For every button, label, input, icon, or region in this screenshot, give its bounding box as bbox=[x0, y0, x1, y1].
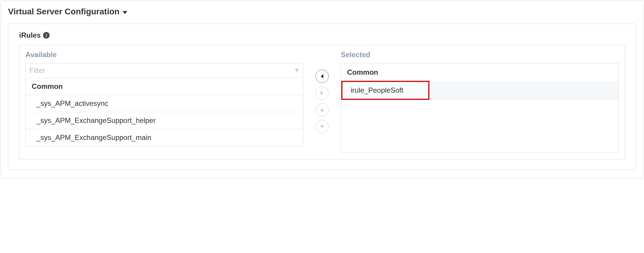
move-up-button[interactable] bbox=[316, 103, 329, 116]
available-group-header: Common bbox=[26, 78, 303, 95]
filter-input[interactable] bbox=[29, 66, 294, 75]
list-item[interactable]: _sys_APM_ExchangeSupport_main bbox=[26, 129, 303, 146]
move-down-button[interactable] bbox=[316, 120, 329, 133]
section-header-toggle[interactable]: Virtual Server Configuration bbox=[8, 7, 636, 16]
info-icon[interactable]: i bbox=[43, 32, 50, 39]
selected-title: Selected bbox=[341, 51, 619, 59]
section-title: Virtual Server Configuration bbox=[8, 7, 120, 16]
available-title: Available bbox=[25, 51, 303, 59]
arrow-right-icon bbox=[321, 91, 323, 95]
selected-group-header: Common bbox=[341, 63, 619, 81]
selected-listbox: Common irule_PeopleSoft bbox=[341, 63, 619, 153]
dual-list-picker: Available Common _sys_APM_activesync _sy… bbox=[19, 45, 625, 160]
selected-item-highlighted[interactable]: irule_PeopleSoft bbox=[341, 81, 429, 100]
selected-row-wrap: irule_PeopleSoft bbox=[341, 81, 619, 100]
filter-icon[interactable] bbox=[294, 68, 299, 73]
filter-row bbox=[26, 63, 303, 78]
arrow-left-icon bbox=[321, 74, 323, 78]
available-listbox: Common _sys_APM_activesync _sys_APM_Exch… bbox=[25, 63, 303, 146]
transfer-controls bbox=[309, 51, 336, 133]
virtual-server-config-panel: Virtual Server Configuration iRules i Av… bbox=[1, 1, 643, 178]
irules-field-label: iRules i bbox=[19, 31, 625, 39]
available-column: Available Common _sys_APM_activesync _sy… bbox=[25, 51, 303, 146]
move-left-button[interactable] bbox=[316, 70, 329, 83]
arrow-down-icon bbox=[320, 125, 324, 128]
arrow-up-icon bbox=[320, 109, 324, 111]
selected-column: Selected Common irule_PeopleSoft bbox=[341, 51, 619, 153]
irules-label-text: iRules bbox=[19, 31, 41, 39]
caret-down-icon bbox=[123, 11, 127, 14]
move-right-button[interactable] bbox=[316, 86, 329, 100]
irules-panel: iRules i Available Common _sys_APM_activ… bbox=[8, 24, 636, 170]
list-item[interactable]: _sys_APM_ExchangeSupport_helper bbox=[26, 112, 303, 129]
list-item[interactable]: _sys_APM_activesync bbox=[26, 95, 303, 112]
